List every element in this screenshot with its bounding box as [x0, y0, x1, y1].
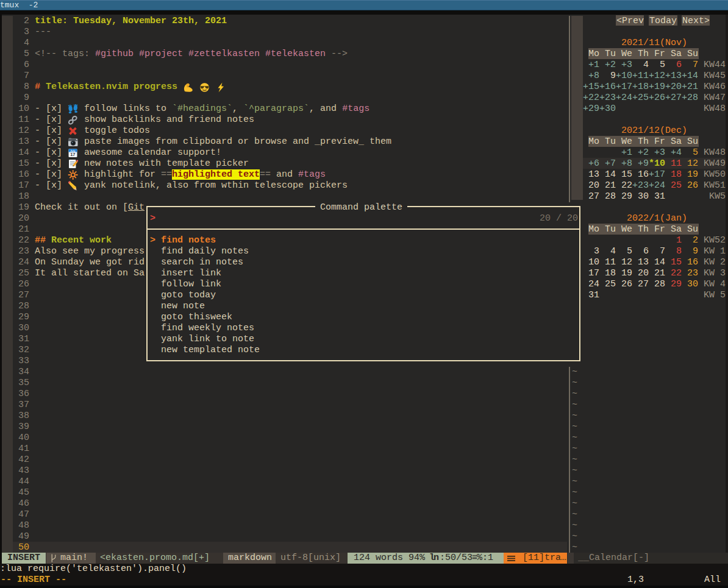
- svg-text:17: 17: [70, 152, 75, 157]
